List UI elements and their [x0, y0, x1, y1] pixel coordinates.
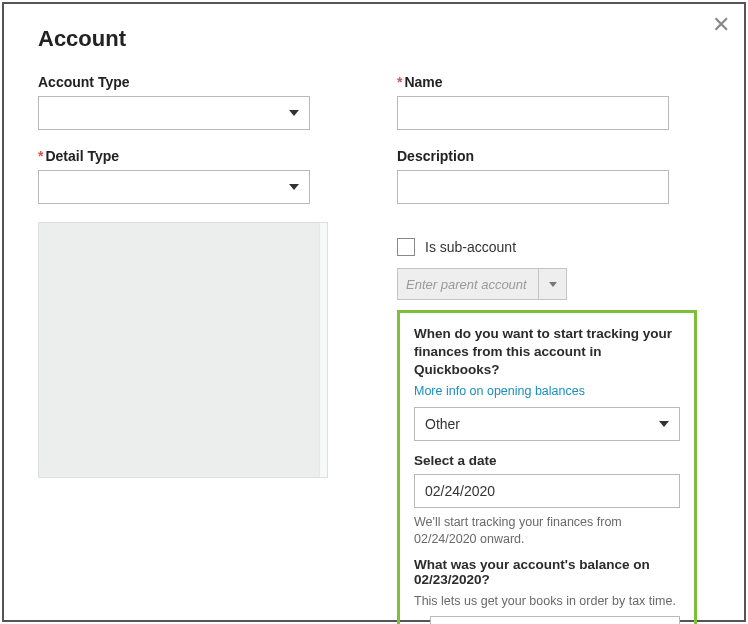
is-sub-account-label: Is sub-account — [425, 239, 516, 255]
description-input[interactable] — [397, 170, 669, 204]
caret-down-icon — [549, 282, 557, 287]
sub-account-row: Is sub-account — [397, 238, 710, 256]
balance-amount-row: $ — [414, 616, 680, 624]
caret-down-icon — [289, 110, 299, 116]
required-asterisk: * — [397, 74, 402, 90]
close-icon[interactable]: ✕ — [712, 14, 730, 36]
dialog-content: Account Account Type *Detail Type — [4, 4, 744, 624]
scrollbar[interactable] — [319, 223, 327, 477]
parent-account-input[interactable] — [398, 269, 538, 299]
account-type-dropdown[interactable] — [38, 96, 310, 130]
description-label: Description — [397, 148, 710, 164]
tracking-start-value: Other — [425, 416, 460, 432]
left-column: Account Type *Detail Type — [38, 74, 351, 624]
detail-type-label: *Detail Type — [38, 148, 351, 164]
name-input[interactable] — [397, 96, 669, 130]
right-column: *Name Description Is sub-account When do… — [397, 74, 710, 624]
account-dialog: ✕ Account Account Type *Detail Type — [2, 2, 746, 622]
detail-type-dropdown[interactable] — [38, 170, 310, 204]
opening-balance-input[interactable] — [430, 616, 680, 624]
is-sub-account-checkbox[interactable] — [397, 238, 415, 256]
name-label: *Name — [397, 74, 710, 90]
parent-account-caret[interactable] — [538, 269, 566, 299]
caret-down-icon — [659, 421, 669, 427]
tracking-date-input[interactable] — [414, 474, 680, 508]
select-date-label: Select a date — [414, 453, 680, 468]
opening-balance-panel: When do you want to start tracking your … — [397, 310, 697, 624]
tracking-question: When do you want to start tracking your … — [414, 325, 680, 380]
account-type-label: Account Type — [38, 74, 351, 90]
balance-helper-text: This lets us get your books in order by … — [414, 593, 680, 610]
tracking-helper-text: We'll start tracking your finances from … — [414, 514, 680, 548]
more-info-link[interactable]: More info on opening balances — [414, 384, 585, 398]
required-asterisk: * — [38, 148, 43, 164]
balance-question: What was your account's balance on 02/23… — [414, 557, 680, 587]
caret-down-icon — [289, 184, 299, 190]
parent-account-select[interactable] — [397, 268, 567, 300]
dialog-title: Account — [38, 26, 710, 52]
detail-description-panel — [38, 222, 328, 478]
tracking-start-dropdown[interactable]: Other — [414, 407, 680, 441]
